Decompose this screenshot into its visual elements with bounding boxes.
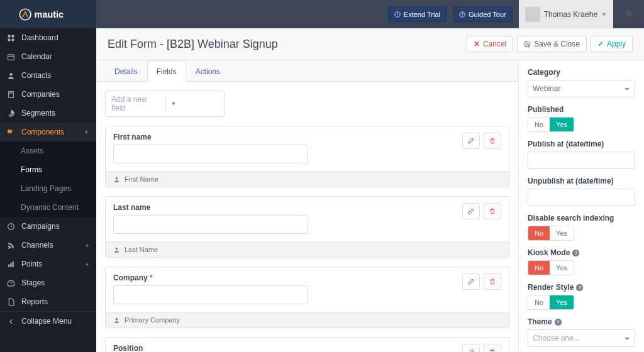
svg-point-21	[116, 177, 118, 179]
sidebar-item-forms[interactable]: Forms	[0, 160, 96, 179]
delete-field-button[interactable]	[484, 273, 501, 290]
help-icon[interactable]: ?	[576, 284, 583, 291]
help-icon[interactable]: ?	[555, 319, 562, 326]
chevron-down-icon: ▼	[601, 11, 607, 18]
render-yes[interactable]: Yes	[550, 295, 574, 309]
svg-rect-14	[9, 91, 14, 97]
main: Edit Form - [B2B] Webinar Signup ✕ Cance…	[96, 28, 644, 352]
tab-details[interactable]: Details	[105, 60, 147, 82]
svg-point-2	[124, 11, 130, 16]
header-actions: ✕ Cancel Save & Close ✓ Apply	[467, 36, 633, 52]
pencil-icon	[467, 137, 475, 145]
sidebar-item-dashboard[interactable]: Dashboard	[0, 28, 96, 47]
sidebar-item-channels[interactable]: Channels▸	[0, 236, 96, 255]
delete-field-button[interactable]	[484, 203, 501, 219]
sidebar-item-label: Landing Pages	[21, 184, 71, 193]
field-label: First name	[113, 133, 462, 141]
field-label: Company *	[113, 273, 462, 282]
chevron-right-icon: ▸	[86, 261, 89, 267]
field-card: First nameFirst Name	[105, 126, 509, 187]
disable-index-no[interactable]: No	[528, 226, 550, 240]
fields-pane: Add a new field ▼ First nameFirst NameLa…	[96, 82, 518, 352]
unpublish-at-input[interactable]	[528, 189, 635, 206]
svg-rect-18	[8, 264, 9, 267]
sidebar-item-points[interactable]: Points▸	[0, 255, 96, 273]
publish-at-input[interactable]	[528, 151, 635, 169]
sidebar-item-label: Campaigns	[21, 222, 60, 231]
field-preview-input	[113, 145, 308, 163]
sidebar-item-label: Points	[21, 260, 42, 268]
edit-field-button[interactable]	[462, 133, 480, 149]
render-label: Render Style?	[528, 283, 635, 292]
sidebar-item-landing-pages[interactable]: Landing Pages	[0, 179, 96, 198]
sidebar-item-reports[interactable]: Reports	[0, 292, 96, 311]
sidebar-item-campaigns[interactable]: Campaigns	[0, 217, 96, 236]
published-label: Published	[528, 105, 635, 114]
edit-field-button[interactable]	[462, 344, 480, 352]
kiosk-toggle[interactable]: No Yes	[528, 260, 574, 275]
delete-field-button[interactable]	[484, 344, 501, 352]
theme-select[interactable]: Choose one...	[528, 329, 635, 347]
brand-logo[interactable]: mautic	[0, 0, 96, 28]
apply-button[interactable]: ✓ Apply	[591, 36, 633, 52]
user-menu[interactable]: Thomas Kraehe ▼	[519, 0, 613, 28]
add-field-placeholder: Add a new field	[106, 91, 165, 116]
sidebar-item-label: Companies	[21, 90, 60, 99]
notifications-icon[interactable]	[104, 10, 113, 19]
search-icon[interactable]	[123, 10, 131, 19]
cancel-button[interactable]: ✕ Cancel	[467, 36, 513, 52]
collapse-menu[interactable]: Collapse Menu	[0, 311, 96, 331]
field-mapping: First Name	[106, 171, 509, 187]
disable-index-toggle[interactable]: No Yes	[528, 226, 574, 241]
sidebar-item-calendar[interactable]: Calendar	[0, 47, 96, 66]
sidebar-item-label: Dynamic Content	[21, 203, 79, 212]
render-toggle[interactable]: No Yes	[528, 295, 574, 310]
published-yes[interactable]: Yes	[550, 118, 574, 131]
category-select[interactable]: Webinar	[528, 80, 635, 97]
chevron-right-icon: ▸	[86, 242, 89, 248]
kiosk-no[interactable]: No	[528, 261, 550, 275]
kiosk-label: Kiosk Mode?	[528, 248, 635, 257]
field-mapping: Primary Company	[106, 312, 509, 327]
sidebar-item-dynamic-content[interactable]: Dynamic Content	[0, 198, 96, 217]
sidebar-item-stages[interactable]: Stages	[0, 273, 96, 292]
trash-icon	[489, 278, 496, 285]
add-field-dropdown[interactable]: Add a new field ▼	[105, 91, 225, 117]
tab-fields[interactable]: Fields	[147, 60, 186, 82]
kiosk-yes[interactable]: Yes	[550, 261, 574, 275]
save-close-label: Save & Close	[534, 40, 580, 48]
save-close-button[interactable]: Save & Close	[517, 36, 587, 52]
sidebar-item-companies[interactable]: Companies	[0, 85, 96, 104]
sidebar-item-components[interactable]: Components▼	[0, 123, 96, 141]
theme-label: Theme?	[528, 317, 635, 326]
form-settings: Category Webinar Published No Yes Publis…	[518, 60, 644, 352]
edit-field-button[interactable]	[462, 203, 480, 219]
render-no[interactable]: No	[528, 295, 550, 309]
clock-icon	[394, 11, 401, 18]
sidebar-item-label: Forms	[21, 165, 42, 174]
publish-at-label: Publish at (date/time)	[528, 140, 635, 148]
user-name: Thomas Kraehe	[544, 10, 597, 19]
sidebar-item-assets[interactable]: Assets	[0, 141, 96, 160]
guided-tour-label: Guided Tour	[469, 11, 506, 18]
trash-icon	[489, 137, 496, 145]
published-toggle[interactable]: No Yes	[528, 117, 574, 132]
svg-rect-9	[8, 38, 11, 41]
help-icon[interactable]: ?	[572, 250, 579, 256]
field-mapping: Last Name	[106, 241, 509, 257]
field-card: PositionPosition	[105, 337, 509, 352]
content-left: DetailsFieldsActions Add a new field ▼ F…	[96, 60, 518, 352]
disable-index-yes[interactable]: Yes	[550, 226, 574, 240]
svg-point-13	[9, 73, 12, 75]
edit-field-button[interactable]	[462, 273, 480, 290]
sidebar-item-segments[interactable]: Segments	[0, 104, 96, 123]
delete-field-button[interactable]	[484, 133, 501, 149]
settings-icon[interactable]	[619, 9, 636, 20]
tab-actions[interactable]: Actions	[186, 60, 230, 82]
extend-trial-button[interactable]: Extend Trial	[388, 7, 447, 22]
guided-tour-button[interactable]: ? Guided Tour	[453, 7, 513, 22]
chevron-down-icon: ▼	[165, 97, 225, 111]
sidebar-item-contacts[interactable]: Contacts	[0, 66, 96, 85]
published-no[interactable]: No	[528, 118, 550, 131]
sidebar-item-label: Dashboard	[21, 33, 58, 42]
